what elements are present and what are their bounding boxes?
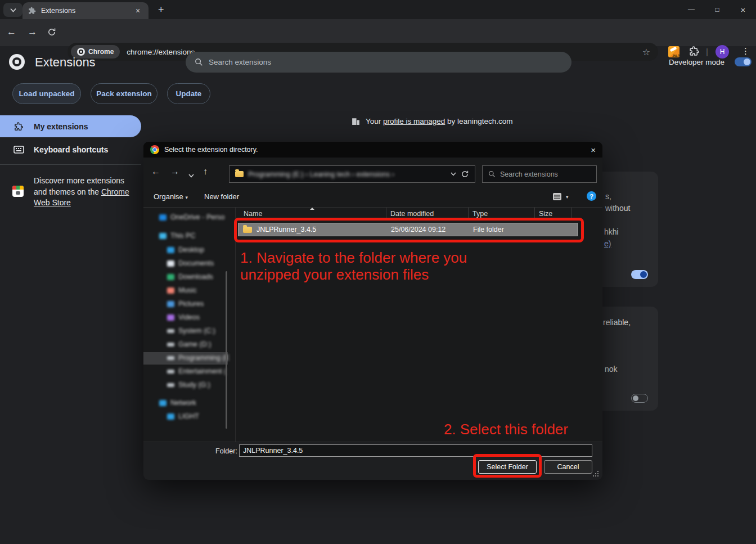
desktop-icon [167,247,174,253]
puzzle-icon [28,7,36,15]
refresh-icon[interactable] [461,170,469,178]
new-tab-button[interactable]: + [158,4,164,16]
dialog-forward-button[interactable]: → [170,167,179,177]
tree-item-network[interactable]: Network [159,399,196,407]
extension-disabled-toggle[interactable] [631,394,648,403]
help-button[interactable]: ? [587,191,596,201]
tree-item-videos[interactable]: Videos [167,313,200,321]
column-header-date-modified[interactable]: Date modified [390,210,434,218]
tree-item-documents[interactable]: Documents [167,259,214,267]
toggle-knob [633,395,638,401]
tree-item-desktop[interactable]: Desktop [167,246,204,254]
reload-icon [47,28,56,37]
column-header-name[interactable]: Name [244,210,262,218]
window-minimize-button[interactable]: — [678,0,704,19]
profile-managed-link[interactable]: profile is managed [383,117,445,125]
profile-avatar[interactable]: H [716,45,729,59]
extensions-menu-button[interactable] [688,46,700,59]
jnlp-extension-icon[interactable]: JNLP [668,46,680,57]
caret-down-icon: ▾ [185,195,188,200]
card-text-fragment: hkhi [604,227,619,236]
column-header-size[interactable]: Size [539,210,552,218]
file-name: JNLPRunner_3.4.5 [256,226,316,233]
tree-item-onedrive[interactable]: OneDrive - Perso [159,213,225,221]
organise-menu[interactable]: Organise ▾ [154,192,188,201]
dialog-up-button[interactable]: ↑ [203,167,208,177]
notice-prefix: Your [366,117,383,125]
view-mode-caret-icon[interactable]: ▾ [566,194,569,200]
tab-title: Extensions [41,7,133,15]
bookmark-star-icon[interactable]: ☆ [642,47,650,57]
downloads-icon [167,274,174,280]
extensions-search[interactable] [186,52,572,73]
resize-grip[interactable] [597,471,598,472]
select-folder-button[interactable]: Select Folder [478,460,537,474]
developer-mode-toggle[interactable] [735,57,752,66]
sidebar-item-keyboard-shortcuts[interactable]: Keyboard shortcuts [0,139,141,160]
drive-icon [167,356,174,360]
folder-icon [235,171,244,177]
dialog-title: Select the extension directory. [164,146,586,154]
dialog-divider [143,207,602,208]
card-link-fragment[interactable]: e) [604,239,611,248]
tree-item-this-pc[interactable]: This PC [159,232,195,240]
tree-item-study-g[interactable]: Study (G:) [167,381,210,389]
dialog-search[interactable] [482,165,597,183]
documents-icon [167,260,174,267]
sidebar-item-my-extensions[interactable]: My extensions [0,115,141,137]
window-close-button[interactable]: × [730,0,756,19]
tree-item-game-d[interactable]: Game (D:) [167,340,211,348]
search-icon [488,170,496,178]
tree-item-music[interactable]: Music [167,286,197,294]
tab-extensions[interactable]: Extensions × [22,2,148,19]
dialog-search-input[interactable] [500,170,591,178]
chevron-down-icon[interactable] [451,172,456,176]
managed-profile-notice: Your profile is managed by leaningtech.c… [351,116,512,126]
discover-text: Discover more extensions and themes on t… [34,176,134,209]
tab-strip: Extensions × + — □ × [0,0,756,19]
dialog-recent-chevron-button[interactable] [188,170,194,180]
sidebar-item-label: Keyboard shortcuts [34,145,108,154]
tree-item-light[interactable]: LIGHT [167,412,199,420]
dialog-back-button[interactable]: ← [151,167,160,177]
file-row-jnlprunner[interactable]: JNLPRunner_3.4.5 25/06/2024 09:12 File f… [238,223,578,236]
drive-icon [167,329,174,333]
annotation-step1: 1. Navigate to the folder where you unzi… [240,249,467,283]
search-icon [195,58,203,66]
developer-mode-label: Developer mode [669,58,724,66]
organise-label: Organise [154,192,183,201]
load-unpacked-button[interactable]: Load unpacked [12,83,81,104]
folder-name-input[interactable] [239,444,592,457]
reload-button[interactable] [47,28,56,39]
new-folder-button[interactable]: New folder [204,192,239,201]
puzzle-icon [14,122,34,132]
chevron-down-icon [10,8,16,12]
tree-item-downloads[interactable]: Downloads [167,273,213,281]
tree-item-entertainment-f[interactable]: Entertainment ( [167,367,226,375]
tree-item-pictures[interactable]: Pictures [167,300,204,308]
card-text-fragment: s, [605,192,611,201]
tree-item-system-c[interactable]: System (C:) [167,327,215,335]
toolbar-divider: | [706,47,708,56]
tab-close-icon[interactable]: × [133,6,143,16]
breadcrumb-bar[interactable]: Programming (E:) › Leaning tech › extens… [229,165,475,183]
sidebar-scrollbar[interactable] [226,271,227,429]
tab-search-button[interactable] [3,3,22,17]
tree-item-programming-e[interactable]: Programming (E [167,354,230,362]
dialog-footer: Folder: Select Folder Cancel [143,442,602,480]
update-button[interactable]: Update [167,83,210,104]
network-icon [159,400,166,406]
pack-extension-button[interactable]: Pack extension [91,83,158,104]
back-button[interactable]: ← [7,26,16,38]
window-maximize-button[interactable]: □ [704,0,730,19]
column-header-type[interactable]: Type [472,210,488,218]
extension-enabled-toggle[interactable] [631,270,648,279]
cancel-button[interactable]: Cancel [544,460,592,474]
browser-menu-button[interactable]: ⋮ [741,46,750,56]
card-text-fragment: without [605,204,630,213]
forward-button[interactable]: → [28,26,37,38]
view-mode-button[interactable] [553,193,561,200]
select-directory-dialog: Select the extension directory. × ← → ↑ … [143,142,602,480]
dialog-close-icon[interactable]: × [591,145,596,155]
extensions-search-input[interactable] [209,58,562,66]
